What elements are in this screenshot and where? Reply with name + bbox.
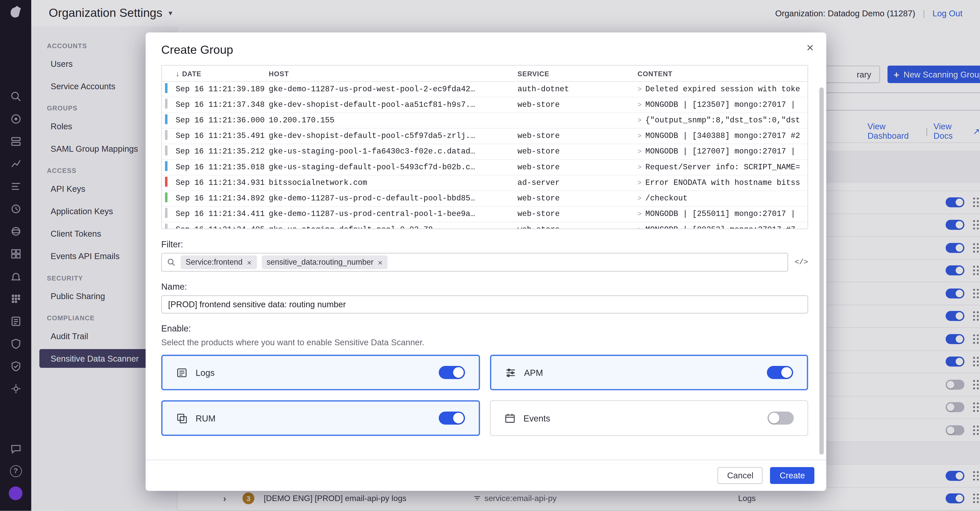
rum-toggle[interactable]: [438, 411, 465, 425]
ci-icon[interactable]: [0, 197, 31, 220]
expand-caret-icon: >: [638, 117, 641, 124]
expand-caret-icon: >: [638, 101, 641, 109]
code-view-icon[interactable]: </>: [795, 258, 808, 267]
synthetics-icon[interactable]: [0, 220, 31, 242]
product-card-rum[interactable]: RUM: [161, 400, 480, 436]
user-avatar[interactable]: [0, 482, 31, 505]
filter-pill-sensitive-data[interactable]: sensitive_data:routing_number×: [262, 256, 388, 269]
filter-pill-service-frontend[interactable]: Service:frontend×: [181, 256, 257, 269]
expand-caret-icon: >: [638, 179, 641, 187]
metrics-icon[interactable]: [0, 152, 31, 175]
log-row[interactable]: Sep 16 11:21:34.405gke-us-staging-defaul…: [162, 222, 808, 229]
product-label-logs: Logs: [196, 367, 431, 378]
log-row[interactable]: Sep 16 11:21:36.00010.200.170.155>{"outp…: [162, 113, 808, 129]
expand-caret-icon: >: [638, 86, 641, 93]
modal-title: Create Group: [161, 43, 233, 56]
events-icon: [504, 413, 515, 424]
column-service[interactable]: SERVICE: [517, 70, 638, 77]
status-indicator: [165, 146, 168, 156]
log-row[interactable]: Sep 16 11:21:39.189gke-demo-11287-us-pro…: [162, 82, 808, 97]
logs-icon: [177, 367, 188, 378]
product-label-apm: APM: [524, 367, 759, 378]
status-indicator: [165, 208, 168, 218]
name-input[interactable]: [161, 295, 808, 313]
product-label-events: Events: [523, 413, 759, 423]
log-preview-table: ↓DATE HOST SERVICE CONTENT Sep 16 11:21:…: [161, 65, 808, 229]
expand-caret-icon: >: [638, 132, 641, 140]
security-icon[interactable]: [0, 332, 31, 355]
dashboards-icon[interactable]: [0, 242, 31, 265]
log-row[interactable]: Sep 16 11:21:35.212gke-us-staging-pool-1…: [162, 144, 808, 160]
log-row[interactable]: Sep 16 11:21:34.931bitssocialnetwork.com…: [162, 175, 808, 191]
cancel-button[interactable]: Cancel: [718, 467, 763, 484]
log-row[interactable]: Sep 16 11:21:34.892gke-demo-11287-us-pro…: [162, 191, 808, 206]
log-row[interactable]: Sep 16 11:21:35.491gke-dev-shopist-defau…: [162, 129, 808, 144]
expand-caret-icon: >: [638, 164, 641, 171]
status-indicator: [165, 83, 168, 93]
apm-toggle[interactable]: [767, 366, 793, 379]
enable-label: Enable:: [161, 324, 808, 333]
expand-caret-icon: >: [638, 226, 641, 229]
column-host[interactable]: HOST: [269, 70, 517, 77]
remove-pill-icon[interactable]: ×: [247, 257, 251, 267]
close-icon[interactable]: ×: [807, 41, 814, 54]
watchdog-icon[interactable]: [0, 107, 31, 130]
datadog-logo[interactable]: [0, 1, 31, 24]
infrastructure-icon[interactable]: [0, 130, 31, 152]
integrations-icon[interactable]: [0, 287, 31, 310]
product-card-apm[interactable]: APM: [490, 355, 808, 390]
search-icon[interactable]: [0, 85, 31, 107]
product-card-logs[interactable]: Logs: [161, 355, 480, 390]
status-indicator: [165, 130, 168, 140]
app-rail: ?: [0, 0, 31, 511]
expand-caret-icon: >: [638, 195, 641, 202]
compliance-icon[interactable]: [0, 355, 31, 377]
column-date[interactable]: ↓DATE: [176, 69, 269, 78]
logs-icon[interactable]: [0, 310, 31, 332]
expand-caret-icon: >: [638, 210, 641, 218]
product-cards: Logs APM RUM Events: [161, 355, 808, 436]
status-indicator: [165, 192, 168, 202]
apm-icon: [505, 367, 516, 378]
name-label: Name:: [161, 281, 808, 292]
status-indicator: [165, 177, 168, 187]
help-icon[interactable]: ?: [0, 460, 31, 482]
enable-description: Select the products where you want to en…: [161, 338, 808, 347]
log-row[interactable]: Sep 16 11:21:37.348gke-dev-shopist-defau…: [162, 97, 808, 113]
sort-desc-icon: ↓: [176, 69, 180, 78]
modal-body: ↓DATE HOST SERVICE CONTENT Sep 16 11:21:…: [146, 65, 826, 460]
events-toggle[interactable]: [767, 411, 794, 425]
product-label-rum: RUM: [196, 413, 431, 423]
modal-scrollbar[interactable]: [819, 87, 824, 455]
search-icon: [167, 258, 176, 267]
status-indicator: [165, 224, 168, 229]
status-indicator: [165, 99, 168, 109]
settings-icon[interactable]: [0, 377, 31, 400]
chat-icon[interactable]: [0, 437, 31, 460]
log-row[interactable]: Sep 16 11:21:34.411gke-demo-11287-us-pro…: [162, 207, 808, 222]
status-indicator: [165, 161, 168, 171]
log-table-header: ↓DATE HOST SERVICE CONTENT: [162, 65, 808, 82]
filter-label: Filter:: [161, 239, 808, 249]
modal-header: Create Group ×: [146, 32, 826, 65]
status-indicator: [165, 114, 168, 124]
expand-caret-icon: >: [638, 148, 641, 155]
column-content[interactable]: CONTENT: [638, 70, 808, 77]
screen: ? Organization Settings ▾ Organization: …: [0, 0, 980, 511]
monitors-icon[interactable]: [0, 265, 31, 287]
create-button[interactable]: Create: [770, 467, 815, 484]
remove-pill-icon[interactable]: ×: [378, 257, 383, 267]
log-row[interactable]: Sep 16 11:21:35.018gke-us-staging-defaul…: [162, 160, 808, 175]
rum-icon: [177, 413, 188, 424]
product-card-events[interactable]: Events: [490, 400, 808, 436]
logs-toggle[interactable]: [438, 366, 465, 379]
apm-icon[interactable]: [0, 175, 31, 197]
create-group-modal: Create Group × ↓DATE HOST SERVICE CONTEN…: [146, 32, 826, 491]
filter-input[interactable]: Service:frontend× sensitive_data:routing…: [161, 253, 788, 271]
modal-footer: Cancel Create: [146, 460, 826, 490]
